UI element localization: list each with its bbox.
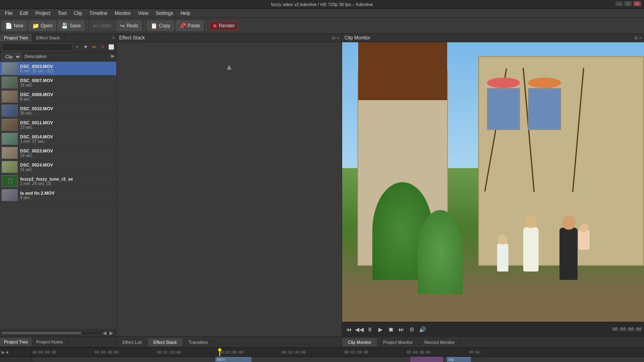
open-button[interactable]: 📁 Open [29, 21, 56, 31]
menu-edit[interactable]: Edit [17, 10, 31, 17]
expand-col-btn[interactable]: ▶ [111, 53, 115, 60]
project-tree-tab[interactable]: Project Tree [0, 34, 32, 42]
list-item[interactable]: DSC_0003.MOV 8 min. 35 sec. (12) [0, 62, 116, 76]
horizontal-scrollbar[interactable] [2, 332, 101, 334]
right-panel: Clip Monitor ⧉ × [342, 34, 644, 348]
menu-project[interactable]: Project [32, 10, 54, 17]
effect-stack-title-text: Effect Stack [119, 35, 145, 41]
menu-clip[interactable]: Clip [70, 10, 85, 17]
skip-end-btn[interactable]: ⏭ [397, 325, 406, 334]
tab-clip-monitor[interactable]: Clip Monitor [342, 338, 378, 346]
clip-label: MOV [216, 357, 251, 362]
menu-settings[interactable]: Settings [153, 10, 176, 17]
clip-info: DSC_0007.MOV 16 sec. [20, 78, 115, 87]
ruler-time-1: 00:00:40:00 [95, 350, 119, 354]
volume-btn[interactable]: 🔊 [418, 325, 427, 334]
description-col: Description [23, 53, 48, 60]
effect-stack-arrow-area: ▲ [121, 46, 338, 72]
monitor-scene [342, 42, 644, 322]
clip-monitor-title: Clip Monitor [345, 35, 370, 41]
clip-info: la and fin 2.MOV 9 sec. [20, 191, 115, 200]
render-button[interactable]: ⏺ Render [209, 21, 238, 31]
pause-btn[interactable]: ⏸ [365, 325, 374, 334]
clip-filter-input[interactable] [2, 43, 72, 51]
clip-duration: 39 sec. [20, 111, 115, 115]
tab-transition[interactable]: Transition [183, 338, 214, 346]
head-woman [525, 216, 537, 228]
menu-monitor[interactable]: Monitor [111, 10, 134, 17]
delete-clip-btn[interactable]: ✕ [99, 43, 106, 51]
add-clip-btn[interactable]: + [74, 43, 81, 51]
tab-project-tree[interactable]: Project Tree [0, 338, 32, 346]
play-btn[interactable]: ▶ [376, 325, 385, 334]
tab-record-monitor[interactable]: Record Monitor [419, 338, 461, 346]
playhead-indicator[interactable] [219, 348, 220, 356]
paste-button[interactable]: 📌 Paste [175, 21, 204, 31]
list-item[interactable]: 🎵 fozzy2_fozzy_tune_r2_se 2 min. 24 sec.… [0, 174, 116, 188]
list-item[interactable]: DSC_0010.MOV 39 sec. [0, 104, 116, 118]
maximize-btn[interactable]: □ [624, 1, 632, 6]
baby [578, 230, 590, 250]
clip-name: DSC_0024.MOV [20, 162, 115, 167]
list-item[interactable]: DSC_0023.MOV 16 sec. [0, 146, 116, 160]
clip-v1-1[interactable]: MOV [215, 357, 252, 362]
redo-button[interactable]: ↪ Redo [116, 21, 142, 31]
menu-help[interactable]: Help [177, 10, 194, 17]
close-btn[interactable]: × [634, 1, 641, 6]
clip-info: DSC_0008.MOV 8 sec. [20, 92, 115, 101]
menu-tool[interactable]: Tool [54, 10, 70, 17]
compositing-block-1[interactable]: npos [411, 357, 443, 362]
save-label: Save [70, 23, 80, 29]
stop-btn[interactable]: ⏹ [386, 325, 395, 334]
menu-timeline[interactable]: Timeline [86, 10, 111, 17]
list-item[interactable]: DSC_0007.MOV 16 sec. [0, 76, 116, 90]
play-reverse-btn[interactable]: ◀◀ [355, 325, 364, 334]
effect-stack-close-btn[interactable]: × [337, 35, 339, 41]
dropdown-arrow[interactable]: ▼ [82, 43, 89, 51]
settings-btn[interactable]: ⚙ [407, 325, 416, 334]
edit-clip-btn[interactable]: ✏ [91, 43, 98, 51]
undo-label: Undo [100, 23, 111, 29]
paste-icon: 📌 [179, 23, 186, 29]
list-item[interactable]: DSC_0011.MOV 23 sec. [0, 118, 116, 132]
menu-file[interactable]: File [2, 10, 16, 17]
copy-button[interactable]: 📋 Copy [147, 21, 174, 31]
scroll-right-btn[interactable]: ▶ [108, 330, 115, 336]
timber3 [572, 68, 584, 192]
tab-project-monitor[interactable]: Project Monitor [378, 338, 419, 346]
clip-v1-2[interactable]: clip [447, 357, 471, 362]
list-item[interactable]: la and fin 2.MOV 9 sec. [0, 188, 116, 202]
clip-col-select[interactable]: Clip [2, 53, 21, 60]
window1 [487, 88, 520, 130]
flowers2 [528, 78, 561, 88]
new-button[interactable]: 📄 New [2, 21, 27, 31]
minimize-btn[interactable]: – [615, 1, 623, 6]
clip-name: DSC_0007.MOV [20, 78, 115, 83]
effect-stack-float-btn[interactable]: ⧉ [332, 35, 335, 41]
clip-monitor-close-btn[interactable]: × [639, 35, 642, 41]
save-button[interactable]: 💾 Save [58, 21, 84, 31]
view-toggle-btn[interactable]: ⬜ [107, 43, 115, 51]
clip-info: DSC_0024.MOV 31 sec. [20, 162, 115, 172]
clip-monitor-float-btn[interactable]: ⧉ [634, 35, 638, 41]
effect-stack-tab-left[interactable]: Effect Stack [32, 34, 64, 42]
clip-name: DSC_0011.MOV [20, 120, 115, 125]
scroll-left-btn[interactable]: ◀ [101, 330, 108, 336]
undo-button[interactable]: ↩ Undo [90, 21, 115, 31]
list-item[interactable]: DSC_0008.MOV 8 sec. [0, 90, 116, 104]
list-item[interactable]: DSC_0014.MOV 1 min. 27 sec. [0, 132, 116, 146]
separator2 [144, 20, 144, 31]
menu-view[interactable]: View [135, 10, 152, 17]
clip-name: DSC_0010.MOV [20, 106, 115, 111]
list-item[interactable]: DSC_0024.MOV 31 sec. [0, 160, 116, 174]
track-content-video1: MOV npos clip [32, 357, 644, 362]
panel-close-icon[interactable]: × [112, 35, 115, 41]
tab-effect-list[interactable]: Effect List [117, 338, 148, 346]
tab-effect-stack[interactable]: Effect Stack [148, 338, 183, 346]
skip-start-btn[interactable]: ⏮ [345, 325, 353, 334]
effect-bottom-tabs: Effect List Effect Stack Transition [117, 336, 342, 348]
render-icon: ⏺ [213, 23, 217, 29]
tab-project-notes[interactable]: Project Notes [32, 338, 67, 346]
timeline: ▶ ■ 00:00:00:00 00:00:40:00 00:01:20:00 … [0, 348, 644, 362]
monitor-time-display: 00:00:00:00 [612, 327, 642, 332]
